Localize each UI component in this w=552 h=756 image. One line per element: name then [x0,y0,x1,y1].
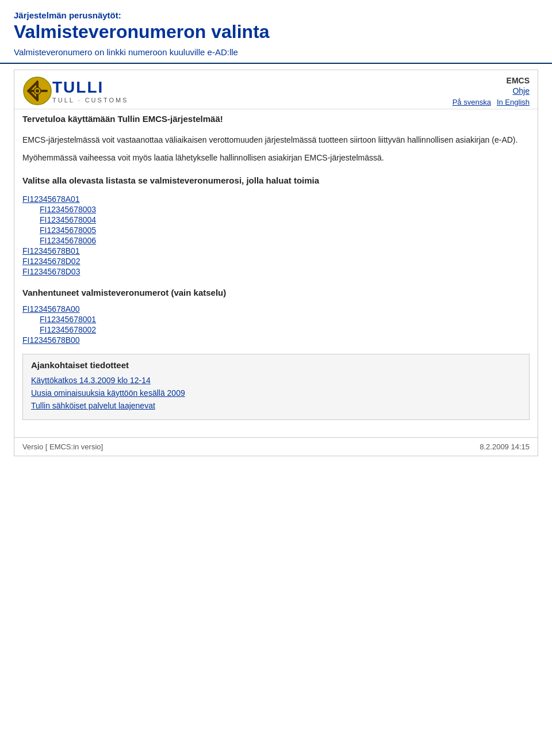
page-header: Järjestelmän perusnäytöt: Valmisteveronu… [0,0,552,64]
logo-tulli-text: TULLI [52,78,128,97]
active-number-link[interactable]: FI12345678006 [40,236,530,245]
page-main-title: Valmisteveronumeron valinta [14,21,538,43]
content-body: EMCS-järjestelmässä voit vastaanottaa vä… [14,128,538,429]
active-number-link[interactable]: FI12345678A01 [22,194,530,204]
active-number-link[interactable]: FI12345678003 [40,205,530,214]
lang-english-link[interactable]: In English [497,98,530,106]
active-number-link[interactable]: FI12345678D03 [22,267,530,276]
expired-number-link[interactable]: FI12345678001 [40,315,530,324]
footer-version: Versio [ EMCS:in versio] [22,442,103,451]
footer-bar: Versio [ EMCS:in versio] 8.2.2009 14:15 [14,437,538,456]
active-number-link[interactable]: FI12345678D02 [22,257,530,266]
expired-number-link[interactable]: FI12345678002 [40,325,530,334]
welcome-text: Tervetuloa käyttämään Tullin EMCS-järjes… [22,114,223,124]
select-heading: Valitse alla olevasta listasta se valmis… [22,174,530,186]
logo-text-area: TULLI TULL · CUSTOMS [52,78,128,104]
intro-text-1: EMCS-järjestelmässä voit vastaanottaa vä… [22,134,530,146]
news-item-link[interactable]: Käyttökatkos 14.3.2009 klo 12-14 [31,376,521,385]
footer-date: 8.2.2009 14:15 [480,442,530,451]
active-number-link[interactable]: FI12345678005 [40,226,530,235]
active-number-link[interactable]: FI12345678004 [40,215,530,224]
intro-text-2: Myöhemmässä vaiheessa voit myös laatia l… [22,152,530,164]
news-box: Ajankohtaiset tiedotteet Käyttökatkos 14… [22,354,530,420]
expired-number-link[interactable]: FI12345678A00 [22,304,530,314]
content-top-bar: TULLI TULL · CUSTOMS EMCS Ohje På svensk… [14,70,538,109]
page-subtitle: Järjestelmän perusnäytöt: [14,10,538,20]
main-content-box: TULLI TULL · CUSTOMS EMCS Ohje På svensk… [14,70,538,456]
news-title: Ajankohtaiset tiedotteet [31,360,521,370]
expired-number-link[interactable]: FI12345678B00 [22,335,530,345]
logo-area: TULLI TULL · CUSTOMS [22,76,128,106]
tulli-emblem [22,76,52,106]
top-right-area: EMCS Ohje På svenska In English [453,76,530,106]
welcome-bar: Tervetuloa käyttämään Tullin EMCS-järjes… [14,109,538,128]
lang-swedish-link[interactable]: På svenska [453,98,491,106]
emcs-label: EMCS [507,76,530,85]
svg-point-6 [36,89,39,93]
logo-tull-customs-text: TULL · CUSTOMS [52,97,128,104]
news-items: Käyttökatkos 14.3.2009 klo 12-14Uusia om… [31,376,521,410]
active-number-link[interactable]: FI12345678B01 [22,246,530,255]
active-number-list: FI12345678A01FI12345678003FI12345678004F… [22,194,530,276]
news-item-link[interactable]: Uusia ominaisuuksia käyttöön kesällä 200… [31,388,521,398]
expired-number-list: FI12345678A00FI12345678001FI12345678002F… [22,304,530,345]
expired-heading: Vanhentuneet valmisteveronumerot (vain k… [22,288,530,297]
news-item-link[interactable]: Tullin sähköiset palvelut laajenevat [31,401,521,410]
language-links: På svenska In English [453,98,530,106]
page-description: Valmisteveronumero on linkki numeroon ku… [14,47,538,57]
ohje-link[interactable]: Ohje [512,86,530,96]
